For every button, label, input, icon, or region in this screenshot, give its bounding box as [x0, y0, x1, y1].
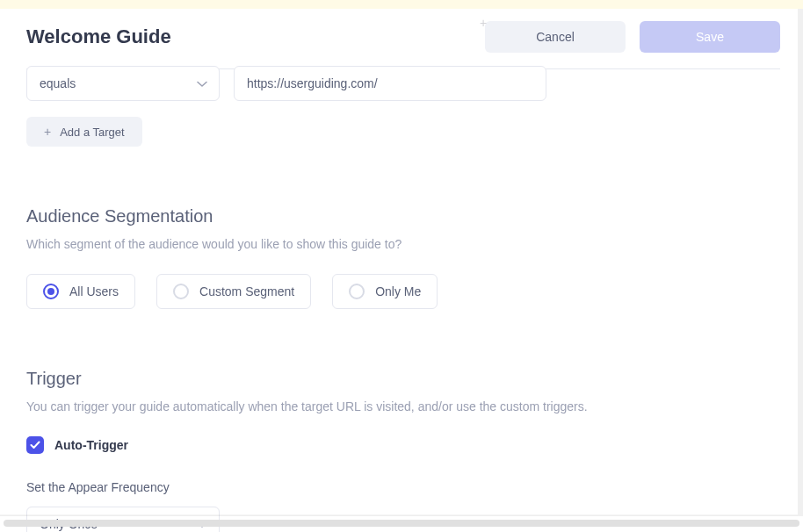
target-condition-value: equals [40, 76, 76, 90]
main-content: equals https://userguiding.com/ + Add a … [0, 66, 803, 532]
auto-trigger-checkbox[interactable] [26, 436, 44, 454]
bottom-shadow [0, 514, 803, 516]
radio-label: All Users [69, 284, 119, 298]
top-accent-bar [0, 0, 803, 9]
target-url-input[interactable]: https://userguiding.com/ [234, 66, 546, 101]
radio-icon [173, 284, 189, 299]
audience-title: Audience Segmentation [26, 206, 780, 226]
audience-radio-group: All Users Custom Segment Only Me [26, 274, 780, 309]
radio-icon [43, 284, 59, 299]
radio-icon [349, 284, 365, 299]
target-row: equals https://userguiding.com/ [26, 66, 780, 101]
page-title: Welcome Guide [26, 25, 171, 48]
vertical-scrollbar[interactable] [798, 9, 803, 516]
header-actions: + Cancel Save [485, 21, 780, 53]
save-label: Save [696, 30, 724, 44]
auto-trigger-label: Auto-Trigger [54, 438, 128, 452]
target-url-input-wrap: https://userguiding.com/ [234, 66, 546, 101]
check-icon [30, 441, 40, 449]
plus-icon: + [44, 125, 51, 139]
audience-option-custom-segment[interactable]: Custom Segment [156, 274, 311, 309]
audience-option-only-me[interactable]: Only Me [332, 274, 438, 309]
radio-label: Only Me [375, 284, 421, 298]
audience-section: Audience Segmentation Which segment of t… [26, 206, 780, 309]
audience-description: Which segment of the audience would you … [26, 237, 780, 251]
header: Welcome Guide + Cancel Save [0, 9, 803, 68]
frequency-label: Set the Appear Frequency [26, 480, 780, 494]
add-target-label: Add a Target [60, 126, 124, 139]
audience-option-all-users[interactable]: All Users [26, 274, 135, 309]
trigger-title: Trigger [26, 369, 780, 389]
radio-dot-icon [47, 288, 54, 295]
radio-label: Custom Segment [199, 284, 294, 298]
save-button[interactable]: Save [640, 21, 780, 53]
plus-icon: + [480, 16, 487, 30]
add-target-button[interactable]: + Add a Target [26, 117, 142, 147]
trigger-section: Trigger You can trigger your guide autom… [26, 369, 780, 532]
cancel-label: Cancel [536, 30, 575, 44]
target-url-value: https://userguiding.com/ [247, 76, 378, 90]
trigger-description: You can trigger your guide automatically… [26, 399, 780, 413]
cancel-button[interactable]: + Cancel [485, 21, 626, 53]
auto-trigger-row: Auto-Trigger [26, 436, 780, 454]
horizontal-scrollbar[interactable] [4, 520, 799, 527]
target-condition-select[interactable]: equals [26, 66, 220, 101]
